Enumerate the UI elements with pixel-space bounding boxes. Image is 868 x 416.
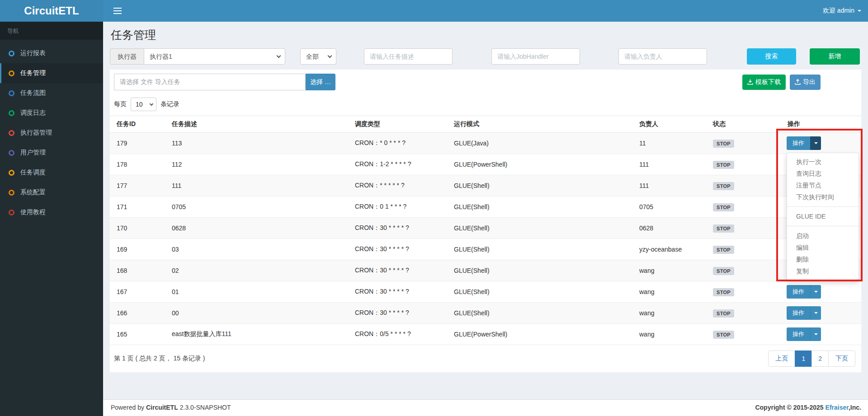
sidebar-toggle-icon[interactable] (111, 5, 124, 17)
row-action-split-button[interactable]: 操作 (787, 136, 821, 150)
cell-owner: 111 (632, 175, 706, 196)
action-button-label[interactable]: 操作 (787, 306, 810, 320)
cell-schedule: CRON：30 * * * * ? (348, 218, 447, 239)
add-button[interactable]: 新增 (810, 48, 860, 65)
cell-schedule: CRON：30 * * * * ? (348, 260, 447, 281)
column-header: 任务ID (110, 116, 165, 133)
cell-run-mode: GLUE(Shell) (447, 218, 632, 239)
file-input[interactable]: 请选择 文件 导入任务 (114, 74, 306, 90)
table-row: 16701CRON：30 * * * * ?GLUE(Shell)wangSTO… (110, 281, 861, 303)
sidebar-item-系统配置[interactable]: 系统配置 (0, 182, 103, 202)
caret-down-icon[interactable] (810, 306, 821, 320)
cell-schedule: CRON：30 * * * * ? (348, 281, 447, 303)
footer-brand: CircuitETL (146, 404, 178, 411)
circle-icon (9, 210, 14, 215)
cell-job-desc: 0705 (165, 196, 348, 218)
cell-job-desc: 0628 (165, 218, 348, 239)
sidebar-item-任务管理[interactable]: 任务管理 (0, 63, 103, 83)
page-size-select-wrap: 10 (131, 98, 156, 111)
table-row: 178112CRON：1-2 * * * * ?GLUE(PowerShell)… (110, 154, 861, 175)
column-header: 调度类型 (348, 116, 447, 133)
sidebar-item-label: 使用教程 (20, 208, 46, 216)
job-desc-input[interactable] (364, 48, 453, 65)
cell-job-id: 168 (110, 260, 165, 281)
cell-schedule: CRON：0/5 * * * * ? (348, 324, 447, 345)
status-select[interactable]: 全部 (300, 48, 336, 65)
table-row: 1710705CRON：0 1 * * * ?GLUE(Shell)0705ST… (110, 196, 861, 218)
sidebar-item-label: 任务流图 (20, 89, 46, 97)
owner-input[interactable] (618, 48, 707, 65)
cell-run-mode: GLUE(Shell) (447, 239, 632, 260)
dropdown-item[interactable]: 编辑 (787, 242, 859, 253)
sidebar-item-执行器管理[interactable]: 执行器管理 (0, 123, 103, 143)
export-icon (795, 79, 801, 85)
sidebar-item-label: 任务管理 (20, 69, 46, 77)
cell-status: STOP (706, 324, 781, 345)
sidebar-item-用户管理[interactable]: 用户管理 (0, 143, 103, 163)
caret-down-icon[interactable] (810, 136, 821, 150)
sidebar-item-label: 运行报表 (20, 49, 46, 57)
search-button[interactable]: 搜索 (747, 48, 796, 65)
row-action-split-button[interactable]: 操作 (787, 285, 821, 299)
dropdown-item[interactable]: 启动 (787, 230, 859, 242)
row-action-split-button[interactable]: 操作 (787, 306, 821, 320)
table-row: 1700628CRON：30 * * * * ?GLUE(Shell)0628S… (110, 218, 861, 239)
template-download-button[interactable]: 模板下载 (742, 75, 786, 90)
dropdown-item[interactable]: 注册节点 (787, 179, 859, 191)
cell-schedule: CRON：30 * * * * ? (348, 239, 447, 260)
user-menu[interactable]: 欢迎 admin (823, 7, 861, 15)
status-badge: STOP (713, 182, 734, 190)
status-badge: STOP (713, 203, 734, 211)
row-action-split-button[interactable]: 操作 (787, 327, 821, 341)
page-button-1[interactable]: 1 (795, 351, 812, 367)
status-badge: STOP (713, 267, 734, 275)
cell-action: 操作 (781, 303, 861, 324)
cell-status: STOP (706, 175, 781, 196)
table-row: 179113CRON：* 0 * * * ?GLUE(Java)11STOP操作… (110, 133, 861, 154)
sidebar-item-label: 用户管理 (20, 149, 46, 157)
cell-job-id: 165 (110, 324, 165, 345)
action-button-label[interactable]: 操作 (787, 327, 810, 341)
cell-status: STOP (706, 154, 781, 175)
action-button-label[interactable]: 操作 (787, 285, 810, 299)
filter-bar: 执行器 执行器1 全部 搜索 新增 (110, 48, 861, 65)
page-button-2[interactable]: 2 (811, 351, 829, 367)
action-button-label[interactable]: 操作 (787, 136, 810, 150)
executor-input-group: 执行器 执行器1 (110, 48, 285, 65)
cell-job-desc: 112 (165, 154, 348, 175)
navbar: 欢迎 admin (103, 0, 868, 22)
executor-select-wrap: 执行器1 (144, 48, 285, 65)
status-badge: STOP (713, 331, 734, 339)
dropdown-item[interactable]: 删除 (787, 253, 859, 265)
column-header: 负责人 (632, 116, 706, 133)
table-row: 165east数据批量入库111CRON：0/5 * * * * ?GLUE(P… (110, 324, 861, 345)
sidebar-item-使用教程[interactable]: 使用教程 (0, 202, 103, 222)
executor-select[interactable]: 执行器1 (144, 48, 285, 65)
caret-down-icon[interactable] (810, 285, 821, 299)
sidebar-item-调度日志[interactable]: 调度日志 (0, 103, 103, 123)
next-page-button[interactable]: 下页 (828, 351, 855, 367)
dropdown-item[interactable]: 下次执行时间 (787, 191, 859, 203)
dropdown-item[interactable]: 执行一次 (787, 156, 859, 168)
status-badge: STOP (713, 224, 734, 233)
sidebar-item-任务调度[interactable]: 任务调度 (0, 163, 103, 182)
download-icon (747, 79, 753, 85)
choose-file-button[interactable]: 选择 … (306, 74, 335, 90)
export-button[interactable]: 导出 (790, 75, 821, 90)
footer: Powered byCircuitETL2.3.0-SNAPSHOT Copyr… (103, 399, 868, 416)
company-link[interactable]: Efraiser (826, 404, 849, 411)
sidebar-item-label: 执行器管理 (20, 129, 52, 137)
table-row: 16903CRON：30 * * * * ?GLUE(Shell)yzy-oce… (110, 239, 861, 260)
dropdown-item[interactable]: GLUE IDE (787, 210, 859, 222)
cell-job-desc: 02 (165, 260, 348, 281)
page-size-select[interactable]: 10 (131, 98, 156, 111)
prev-page-button[interactable]: 上页 (768, 351, 795, 367)
job-handler-input[interactable] (491, 48, 580, 65)
dropdown-item[interactable]: 复制 (787, 265, 859, 277)
cell-job-id: 167 (110, 281, 165, 303)
cell-job-desc: 111 (165, 175, 348, 196)
caret-down-icon[interactable] (810, 327, 821, 341)
sidebar-item-任务流图[interactable]: 任务流图 (0, 83, 103, 103)
dropdown-item[interactable]: 查询日志 (787, 168, 859, 179)
sidebar-item-运行报表[interactable]: 运行报表 (0, 43, 103, 63)
